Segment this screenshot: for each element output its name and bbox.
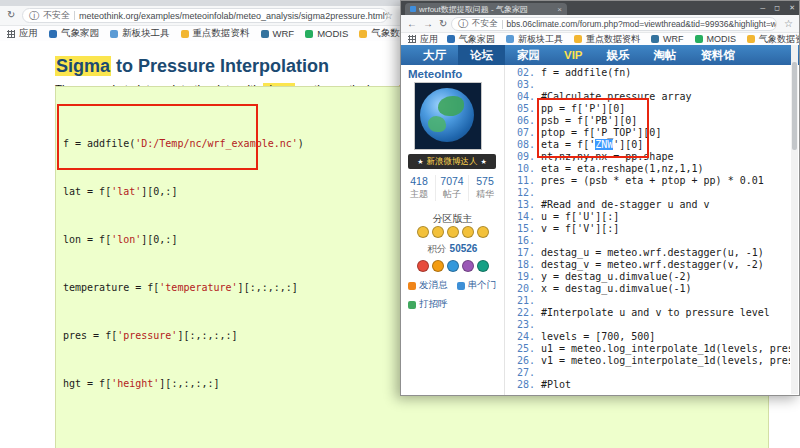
- line-number: 23.: [505, 319, 535, 331]
- code-line: 21.: [505, 295, 790, 307]
- bookmark-item[interactable]: WRF: [261, 28, 295, 39]
- bookmark-item[interactable]: 气象家园: [447, 33, 495, 46]
- nav-item[interactable]: VIP: [552, 45, 595, 65]
- scrollbar[interactable]: [791, 45, 798, 394]
- code-text: u = f['U'][:]: [541, 211, 619, 223]
- apps-shortcut[interactable]: 应用: [408, 33, 438, 46]
- reload-icon[interactable]: ↻: [7, 9, 15, 20]
- code-line: 20. x = destag_u.dimvalue(-1): [505, 283, 790, 295]
- line-number: 18.: [505, 259, 535, 271]
- avatar[interactable]: [414, 82, 482, 150]
- stat-label: 主题: [403, 188, 435, 201]
- bookmark-star-icon[interactable]: ☆: [384, 10, 393, 21]
- apps-grid-icon: [7, 30, 15, 38]
- bookmark-label: 新板块工具: [518, 33, 563, 46]
- bookmark-item[interactable]: 重点数据资料: [181, 27, 250, 40]
- stat-item[interactable]: 418 主题: [403, 175, 436, 201]
- code-text: [541, 295, 547, 307]
- author-username[interactable]: MeteoInfo: [408, 68, 462, 80]
- code-line: 12.: [505, 187, 790, 199]
- action-label: 串个门: [468, 279, 497, 292]
- left-address-bar[interactable]: ⓘ 不安全 meteothink.org/examples/meteoinfol…: [22, 8, 388, 23]
- profile-action-link[interactable]: 打招呼: [408, 298, 448, 311]
- code-line: 03.: [505, 79, 790, 91]
- stat-value: 7074: [436, 175, 468, 187]
- bookmark-item[interactable]: WRF: [651, 34, 684, 44]
- minimize-button[interactable]: ─: [760, 5, 765, 12]
- bookmark-item[interactable]: 新板块工具: [506, 33, 563, 46]
- bookmark-list: 气象家园 新板块工具 重点数据资料 WRF: [49, 27, 447, 40]
- apps-label: 应用: [19, 27, 38, 40]
- line-number: 02.: [505, 67, 535, 79]
- stat-item[interactable]: 575 精华: [469, 175, 501, 201]
- bookmark-star-icon[interactable]: ☆: [784, 18, 793, 29]
- nav-item[interactable]: 淘帖: [642, 45, 689, 65]
- code-text: destag_v = meteo.wrf.destagger(v, -2): [541, 259, 764, 271]
- line-number: 10.: [505, 163, 535, 175]
- bookmark-label: 重点数据资料: [586, 33, 640, 46]
- nav-item[interactable]: 论坛: [458, 45, 505, 65]
- medal-icon: [432, 226, 444, 238]
- line-number: 07.: [505, 127, 535, 139]
- maximize-button[interactable]: ◻: [774, 4, 780, 12]
- code-text: x = destag_u.dimvalue(-1): [541, 283, 692, 295]
- bookmark-favicon: [181, 30, 189, 38]
- code-text: #Read and de-stagger u and v: [541, 199, 710, 211]
- line-number: 08.: [505, 139, 535, 151]
- forward-icon[interactable]: →: [423, 18, 433, 29]
- bookmark-label: MODIS: [707, 34, 737, 44]
- forum-browser-window: wrfout数据提取问题 - 气象家园 × ─ ◻ ✕ ← → ↻ ⓘ 不安全 …: [400, 0, 800, 396]
- action-icon: [457, 282, 465, 290]
- line-number: 21.: [505, 295, 535, 307]
- apps-shortcut[interactable]: 应用: [7, 27, 38, 40]
- tab-close-icon[interactable]: ×: [557, 5, 562, 14]
- code-line: 13. #Read and de-stagger u and v: [505, 199, 790, 211]
- bookmark-list: 气象家园 新板块工具 重点数据资料 WRF: [447, 33, 799, 46]
- nav-item[interactable]: 大厅: [411, 45, 458, 65]
- info-icon[interactable]: ⓘ: [29, 9, 39, 23]
- bookmark-item[interactable]: 气象数据资料小组: [747, 33, 799, 46]
- medal-icon: [462, 260, 474, 272]
- bookmark-favicon: [359, 30, 367, 38]
- code-line: 10. eta = eta.reshape(1,nz,1,1): [505, 163, 790, 175]
- bookmark-item[interactable]: 重点数据资料: [574, 33, 640, 46]
- profile-action-link[interactable]: 发消息: [408, 279, 448, 292]
- weibo-badge[interactable]: ★ 新浪微博达人 ★: [408, 154, 496, 169]
- line-number: 25.: [505, 343, 535, 355]
- code-line: 28. #Plot: [505, 379, 790, 391]
- score-value[interactable]: 50526: [450, 243, 478, 254]
- forum-address-bar[interactable]: ⓘ 不安全 bbs.06climate.com/forum.php?mod=vi…: [451, 17, 777, 31]
- stat-item[interactable]: 7074 帖子: [436, 175, 469, 201]
- code-text: v = f['V'][:]: [541, 223, 619, 235]
- scrollbar-thumb[interactable]: [792, 62, 797, 150]
- close-button[interactable]: ✕: [789, 4, 795, 12]
- code-text: y = destag_u.dimvalue(-2): [541, 271, 692, 283]
- bookmark-item[interactable]: MODIS: [695, 34, 737, 44]
- globe-land: [438, 96, 464, 116]
- bookmark-favicon: [110, 30, 118, 38]
- bookmark-item[interactable]: 气象家园: [49, 27, 99, 40]
- medal-icon: [447, 226, 459, 238]
- line-number: 22.: [505, 307, 535, 319]
- globe-land: [428, 116, 446, 132]
- reload-icon[interactable]: ↻: [439, 18, 447, 29]
- code-text: [541, 235, 547, 247]
- nav-item[interactable]: 娱乐: [595, 45, 642, 65]
- profile-action-link[interactable]: 串个门: [457, 279, 497, 292]
- action-icon: [408, 301, 416, 309]
- bookmark-label: 气象家园: [459, 33, 495, 46]
- bookmark-item[interactable]: MODIS: [305, 28, 348, 39]
- score-label: 积分: [428, 243, 447, 254]
- line-number: 13.: [505, 199, 535, 211]
- url-text: bbs.06climate.com/forum.php?mod=viewthre…: [507, 19, 778, 29]
- browser-tab[interactable]: wrfout数据提取问题 - 气象家园 ×: [405, 3, 567, 15]
- info-icon[interactable]: ⓘ: [458, 17, 468, 31]
- bookmark-label: MODIS: [317, 28, 348, 39]
- author-sidebar: MeteoInfo ★ 新浪微博达人 ★ 418: [401, 65, 505, 395]
- titlebar[interactable]: wrfout数据提取问题 - 气象家园 × ─ ◻ ✕: [401, 1, 799, 15]
- line-number: 12.: [505, 187, 535, 199]
- nav-item[interactable]: 家园: [505, 45, 552, 65]
- bookmark-item[interactable]: 新板块工具: [110, 27, 170, 40]
- stat-label: 帖子: [436, 188, 468, 201]
- nav-item[interactable]: 资料馆: [689, 45, 748, 65]
